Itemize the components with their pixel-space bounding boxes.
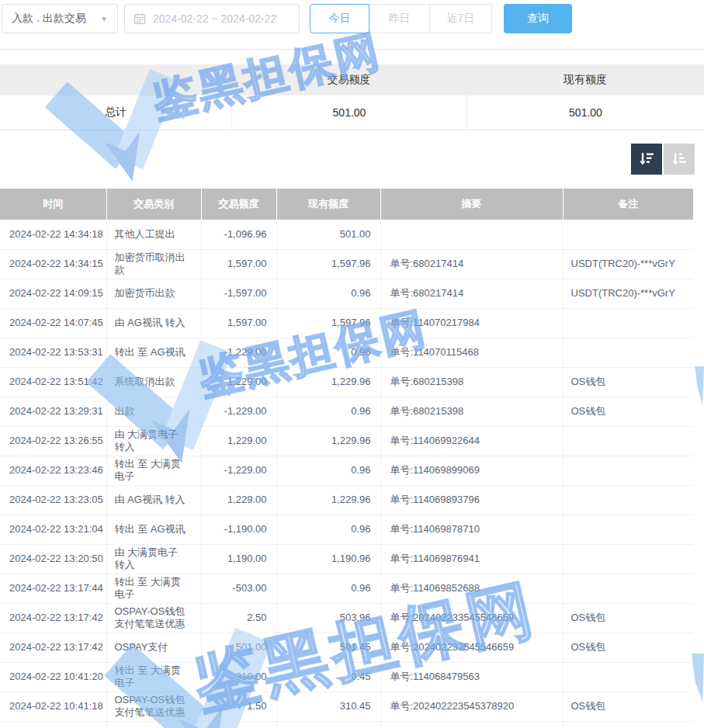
table-row: 2024-02-22 13:29:31 出款 -1,229.00 0.96 单号…	[0, 397, 693, 426]
cell-current-amount: 1,229.96	[276, 485, 380, 515]
chevron-down-icon: ▼	[100, 15, 108, 23]
cell-transaction-amount: 1,229.00	[201, 485, 276, 515]
cell-time: 2024-02-22 10:41:20	[0, 662, 106, 692]
cell-memo: 单号:114070115468	[380, 338, 563, 367]
cell-current-amount: 0.96	[276, 515, 380, 544]
cell-type: 加密货币取消出款	[106, 249, 201, 279]
transactions-body: 2024-02-22 14:34:18 其他人工提出 -1,096.96 501…	[0, 220, 693, 728]
cell-time: 2024-02-22 13:20:50	[0, 544, 106, 574]
cell-transaction-amount: 1,190.00	[201, 544, 276, 574]
date-range-value: 2024-02-22 ~ 2024-02-22	[153, 12, 276, 25]
summary-header-row: 交易额度 现有额度	[0, 64, 704, 95]
quick-range-7days-button[interactable]: 近7日	[430, 4, 492, 33]
cell-time: 2024-02-22 14:09:15	[0, 279, 106, 308]
table-row: 2024-02-22 14:07:45 由 AG视讯 转入 1,597.00 1…	[0, 308, 693, 338]
cell-time: 2024-02-22 13:23:46	[0, 456, 106, 485]
cell-note: OS钱包	[563, 633, 693, 662]
sort-controls	[631, 144, 695, 175]
cell-note	[563, 515, 693, 544]
cell-type: 由 大满贯电子 转入	[106, 426, 201, 456]
cell-transaction-amount: 1,229.00	[201, 426, 276, 456]
cell-type: 转出 至 AG视讯	[106, 338, 201, 367]
cell-transaction-amount: -1,229.00	[201, 456, 276, 485]
cell-note	[563, 574, 693, 603]
table-row: 2024-02-22 13:17:44 转出 至 大满贯电子 -503.00 0…	[0, 574, 693, 603]
table-row: 2024-02-22 13:21:04 转出 至 AG视讯 -1,190.00 …	[0, 515, 693, 544]
cell-memo: 单号:680217414	[380, 249, 563, 279]
date-range-input[interactable]: 2024-02-22 ~ 2024-02-22	[124, 4, 300, 33]
col-header-time: 时间	[0, 189, 106, 220]
cell-time: 2024-02-22 13:53:31	[0, 338, 106, 367]
cell-current-amount: 0.96	[276, 456, 380, 485]
watermark-fragment	[695, 366, 704, 405]
table-row: 2024-02-22 10:41:18 OSPAY-OS钱包支付笔笔送优惠 1.…	[0, 692, 693, 721]
cell-memo: 单号:202402223545378920	[380, 692, 563, 721]
cell-note	[563, 544, 693, 574]
col-header-type: 交易类别	[106, 189, 201, 220]
cell-type: OSPAY-OS钱包支付笔笔送优惠	[106, 603, 201, 633]
col-header-memo: 摘要	[380, 189, 563, 220]
cell-time: 2024-02-22 13:17:42	[0, 633, 106, 662]
cell-transaction-amount: -1,229.00	[201, 338, 276, 367]
quick-range-yesterday-button[interactable]: 昨日	[369, 4, 430, 33]
cell-type: 由 AG视讯 转入	[106, 308, 201, 338]
summary-header-transaction-amount: 交易额度	[231, 64, 466, 95]
cell-transaction-amount: -503.00	[201, 574, 276, 603]
cell-current-amount: 1,597.96	[276, 249, 380, 279]
cell-note	[563, 338, 693, 367]
cell-type: OSPAY-OS钱包支付笔笔送优惠	[106, 692, 201, 721]
cell-current-amount: 0.96	[276, 574, 380, 603]
cell-transaction-amount: -1,229.00	[201, 397, 276, 426]
cell-transaction-amount: -1,597.00	[201, 279, 276, 308]
cell-memo: 单号:114069922644	[380, 426, 563, 456]
cell-type: OSPAY支付	[106, 633, 201, 662]
cell-type: 加密货币出款	[106, 279, 201, 308]
search-button[interactable]: 查询	[504, 4, 572, 33]
table-row: 2024-02-22 13:17:42 OSPAY支付 501.00 501.4…	[0, 633, 693, 662]
cell-note: OS钱包	[563, 603, 693, 633]
cell-memo	[380, 220, 563, 249]
cell-type: 由 大满贯电子 转入	[106, 544, 201, 574]
cell-current-amount: 0.45	[276, 662, 380, 692]
table-row: 2024-02-22 14:09:15 加密货币出款 -1,597.00 0.9…	[0, 279, 693, 308]
cell-type: 由 AG视讯 转入	[106, 485, 201, 515]
col-header-note: 备注	[563, 189, 693, 220]
table-header-row: 时间 交易类别 交易额度 现有额度 摘要 备注	[0, 189, 693, 220]
cell-current-amount: 1,190.96	[276, 544, 380, 574]
cell-memo: 单号:114070217984	[380, 308, 563, 338]
cell-time: 2024-02-22 14:34:18	[0, 220, 106, 249]
cell-current-amount: 501.00	[276, 220, 380, 249]
cell-note: OS钱包	[563, 397, 693, 426]
cell-current-amount: 0.96	[276, 397, 380, 426]
cell-note	[563, 485, 693, 515]
summary-total-label: 总计	[0, 95, 231, 130]
cell-time: 2024-02-22 14:34:15	[0, 249, 106, 279]
table-row: 2024-02-22 13:17:42 OSPAY-OS钱包支付笔笔送优惠 2.…	[0, 603, 693, 633]
cell-memo: 单号:114068479563	[380, 662, 563, 692]
sort-ascending-button[interactable]	[664, 144, 695, 175]
calendar-icon	[134, 12, 146, 25]
col-header-transaction-amount: 交易额度	[201, 189, 276, 220]
cell-memo: 单号:114069899069	[380, 456, 563, 485]
sort-descending-button[interactable]	[631, 144, 662, 175]
cell-type: 转出 至 大满贯电子	[106, 456, 201, 485]
cell-time: 2024-02-22 13:21:04	[0, 515, 106, 544]
cell-type: 系统取消出款	[106, 367, 201, 397]
cell-type: 出款	[106, 397, 201, 426]
cell-transaction-amount: 1,229.00	[201, 367, 276, 397]
transactions-table: 时间 交易类别 交易额度 现有额度 摘要 备注 2024-02-22 14:34…	[0, 189, 693, 728]
cell-time: 2024-02-22 14:07:45	[0, 308, 106, 338]
transaction-type-select[interactable]: 入款 . 出款交易 ▼	[2, 4, 118, 33]
quick-range-today-button[interactable]: 今日	[310, 4, 369, 33]
cell-note: USDT(TRC20)-***vGrY	[563, 249, 693, 279]
transactions-page: 入款 . 出款交易 ▼ 2024-02-22 ~ 2024-02-22 今日 昨…	[0, 0, 704, 728]
summary-header-current-amount: 现有额度	[466, 64, 704, 95]
cell-current-amount: 501.45	[276, 633, 380, 662]
cell-transaction-amount: -1,190.00	[201, 515, 276, 544]
cell-note	[563, 220, 693, 249]
cell-note	[563, 308, 693, 338]
cell-memo: 单号:114069876941	[380, 544, 563, 574]
table-row: 2024-02-22 13:23:46 转出 至 大满贯电子 -1,229.00…	[0, 456, 693, 485]
cell-time: 2024-02-22 13:51:42	[0, 367, 106, 397]
cell-time: 2024-02-22 13:29:31	[0, 397, 106, 426]
